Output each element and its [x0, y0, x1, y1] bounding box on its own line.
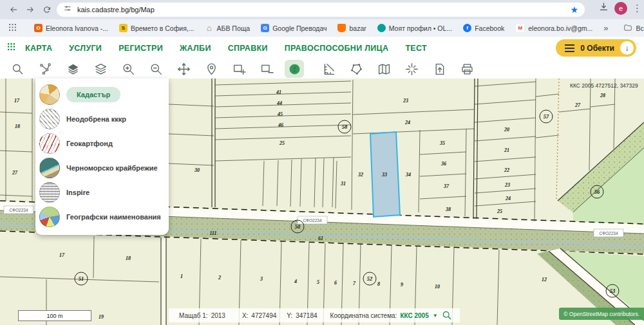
apps-grid-icon[interactable]	[8, 23, 17, 33]
bookmark-label: Google Преводач	[272, 24, 327, 32]
panel-item-kadastar[interactable]: Кадастър	[39, 82, 169, 107]
bookmark-label: Времето в София,...	[131, 24, 194, 32]
bookmark-item[interactable]: SВремето в София,...	[119, 24, 194, 32]
translate-icon: G	[261, 24, 269, 32]
reload-button[interactable]	[39, 1, 55, 18]
layers-panel: Кадастър Неодобрена кккр Геокартфонд Чер…	[35, 79, 169, 235]
layers-stack-icon[interactable]	[91, 60, 110, 78]
panel-item-neodobrena-kkkr[interactable]: Неодобрена кккр	[39, 107, 169, 131]
parcel-label: 20	[504, 127, 509, 133]
forward-button[interactable]	[22, 1, 39, 18]
region-label: 50	[295, 223, 301, 230]
profile-avatar[interactable]: e	[614, 2, 627, 15]
bookmark-star-icon[interactable]: ★	[570, 5, 578, 15]
scale-bar-label: 100 m	[46, 313, 62, 319]
parcel-label: 45	[277, 111, 283, 117]
map-search-button[interactable]	[438, 310, 456, 321]
collapse-arrow-icon[interactable]: ↓	[620, 41, 634, 55]
y-label: Y:	[287, 312, 292, 319]
bookmark-item[interactable]: Моят профил • OL...	[377, 24, 452, 32]
crs-label: Координатна система:	[330, 312, 397, 319]
measure-icon[interactable]	[319, 60, 338, 78]
parcel-label: 19	[99, 314, 104, 320]
nav-item-karta[interactable]: КАРТА	[25, 44, 52, 53]
nav-item-zhalbi[interactable]: ЖАЛБИ	[180, 44, 211, 53]
nav-item-spravki[interactable]: СПРАВКИ	[228, 44, 268, 53]
panel-item-chernomorsko-kraybrezhie[interactable]: Черноморско крайбрежие	[39, 156, 169, 180]
rect-zoom-minus-icon[interactable]	[257, 60, 276, 78]
map-status-bar: Мащаб 1: 2013 X: 4727494 Y: 347184 Коорд…	[169, 308, 460, 322]
zoom-out-icon[interactable]	[146, 60, 166, 78]
crs-dropdown-caret-icon[interactable]: ▼	[433, 313, 438, 319]
layers-filled-icon[interactable]	[63, 60, 82, 78]
select-polygon-icon[interactable]	[346, 60, 366, 78]
parcel-label: 24	[505, 196, 511, 201]
tune-icon[interactable]	[63, 4, 72, 15]
bookmark-item[interactable]: GGoogle Преводач	[261, 24, 327, 32]
all-bookmarks-button[interactable]: Всички отметки	[623, 23, 644, 33]
panel-item-label: Черноморско крайбрежие	[66, 164, 158, 172]
bookmark-item[interactable]: ⌂АБВ Поща	[205, 24, 251, 32]
parcel-label: 32	[357, 172, 363, 178]
url-text[interactable]: kais.cadastre.bg/bg/Map	[77, 6, 565, 14]
bookmark-item[interactable]: fFacebook	[463, 24, 504, 32]
parcel-label: 4	[294, 279, 297, 284]
panel-item-geografski-naimenovaniya[interactable]: Географски наименования	[39, 205, 169, 229]
pan-icon[interactable]	[174, 60, 193, 78]
crosshair-icon[interactable]	[402, 60, 421, 78]
parcel-label: 10	[435, 284, 440, 290]
parcel-label: 61	[318, 236, 323, 241]
bookmark-label: Eleonora Ivanova -...	[46, 24, 108, 32]
download-icon[interactable]	[598, 1, 609, 15]
y-value: 347184	[296, 312, 317, 319]
region-label: 57	[544, 113, 549, 120]
bookmark-item[interactable]: OEleonora Ivanova -...	[34, 24, 108, 32]
map-icon[interactable]	[374, 60, 393, 78]
print-icon[interactable]	[457, 60, 477, 78]
nav-item-pravosposobni-lica[interactable]: ПРАВОСПОСОБНИ ЛИЦА	[285, 44, 389, 53]
locate-pin-icon[interactable]	[202, 60, 221, 78]
info-icon[interactable]: i	[285, 60, 304, 78]
geonames-thumbnail-icon	[39, 207, 60, 227]
back-button[interactable]	[5, 1, 22, 18]
bookmark-item[interactable]: bazar	[337, 24, 366, 32]
olx-icon	[377, 24, 386, 32]
objects-button-label: 0 Обекти	[580, 44, 614, 53]
nav-item-test[interactable]: ТЕСТ	[405, 44, 427, 53]
bookmark-label: АБВ Поща	[217, 24, 251, 32]
road-label: СФО2234	[9, 208, 28, 212]
parcel-label: 25	[279, 140, 285, 146]
selected-parcel-label: 33	[381, 172, 387, 178]
rect-zoom-plus-icon[interactable]	[229, 60, 249, 78]
bookmark-label: Facebook	[475, 24, 504, 32]
export-icon[interactable]	[430, 60, 449, 78]
search-icon[interactable]	[8, 60, 27, 78]
objects-button[interactable]: 0 Обекти ↓	[556, 39, 636, 57]
panel-item-inspire[interactable]: Inspire	[39, 180, 169, 205]
zoom-in-icon[interactable]	[118, 60, 138, 78]
menu-kebab-icon[interactable]: ⋮	[632, 3, 640, 14]
parcel-label: 9	[401, 282, 403, 288]
address-bar[interactable]: kais.cadastre.bg/bg/Map ★	[57, 3, 585, 17]
geofund-thumbnail-icon	[39, 133, 60, 154]
panel-item-geokartfond[interactable]: Геокартфонд	[39, 131, 169, 156]
cadastre-thumbnail-icon	[39, 84, 60, 105]
bookmarks-overflow-chevron[interactable]: »	[603, 23, 608, 33]
road-label: СФО2234	[599, 231, 618, 236]
panel-item-label: Неодобрена кккр	[66, 115, 126, 123]
map-canvas[interactable]: СФО2234 СФО2234 СФО2234 41 44 45 46 25 1…	[0, 79, 644, 325]
unapproved-map-thumbnail-icon	[39, 109, 60, 129]
network-icon[interactable]	[35, 60, 55, 78]
parcel-label: 38	[445, 207, 451, 212]
parcel-label: 18	[15, 124, 20, 129]
bookmark-item[interactable]: Meleonora.bo.iv@gm...	[515, 23, 592, 33]
apps-grid-green-icon[interactable]	[6, 42, 16, 54]
browser-toolbar: kais.cadastre.bg/bg/Map ★ e ⋮	[0, 0, 644, 19]
bag-icon	[337, 24, 346, 32]
coordinate-tooltip: ККС 2005 4727512, 347329	[570, 82, 638, 89]
parcel-label: 21	[504, 147, 509, 153]
nav-item-uslugi[interactable]: УСЛУГИ	[69, 44, 102, 53]
parcel-label: 27	[574, 102, 581, 108]
crs-value[interactable]: ККС 2005	[400, 312, 428, 319]
nav-item-registri[interactable]: РЕГИСТРИ	[118, 44, 163, 53]
